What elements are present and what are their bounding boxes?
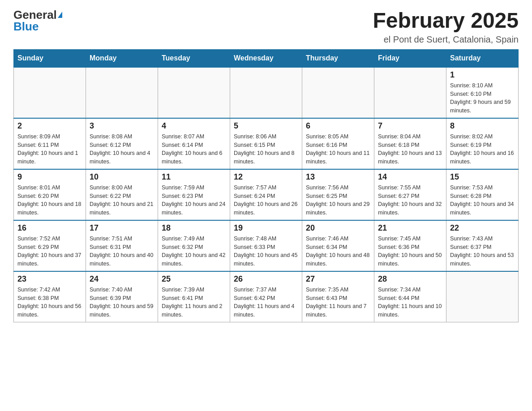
calendar-header-sunday: Sunday [14, 49, 86, 67]
day-number: 13 [306, 172, 370, 182]
day-info: Sunrise: 7:53 AMSunset: 6:28 PMDaylight:… [450, 184, 515, 217]
day-number: 16 [17, 223, 82, 233]
day-number: 28 [378, 274, 442, 284]
calendar-cell: 19Sunrise: 7:48 AMSunset: 6:33 PMDayligh… [230, 220, 302, 271]
day-info: Sunrise: 7:51 AMSunset: 6:31 PMDaylight:… [90, 235, 154, 268]
calendar-cell: 4Sunrise: 8:07 AMSunset: 6:14 PMDaylight… [158, 118, 230, 169]
day-info: Sunrise: 7:55 AMSunset: 6:27 PMDaylight:… [378, 184, 442, 217]
calendar-cell: 7Sunrise: 8:04 AMSunset: 6:18 PMDaylight… [374, 118, 446, 169]
calendar-header-friday: Friday [374, 49, 446, 67]
calendar-cell: 17Sunrise: 7:51 AMSunset: 6:31 PMDayligh… [86, 220, 158, 271]
calendar-cell: 16Sunrise: 7:52 AMSunset: 6:29 PMDayligh… [14, 220, 86, 271]
day-number: 7 [378, 121, 442, 131]
day-info: Sunrise: 7:37 AMSunset: 6:42 PMDaylight:… [234, 286, 298, 319]
logo: General Blue [13, 9, 62, 32]
day-number: 4 [162, 121, 226, 131]
day-number: 14 [378, 172, 442, 182]
calendar-week-row: 2Sunrise: 8:09 AMSunset: 6:11 PMDaylight… [14, 118, 519, 169]
day-info: Sunrise: 7:52 AMSunset: 6:29 PMDaylight:… [17, 235, 82, 268]
calendar-cell: 18Sunrise: 7:49 AMSunset: 6:32 PMDayligh… [158, 220, 230, 271]
calendar-cell: 9Sunrise: 8:01 AMSunset: 6:20 PMDaylight… [14, 169, 86, 220]
day-number: 9 [17, 172, 82, 182]
calendar-header-saturday: Saturday [446, 49, 519, 67]
calendar-cell: 10Sunrise: 8:00 AMSunset: 6:22 PMDayligh… [86, 169, 158, 220]
calendar-cell: 20Sunrise: 7:46 AMSunset: 6:34 PMDayligh… [302, 220, 374, 271]
calendar-week-row: 1Sunrise: 8:10 AMSunset: 6:10 PMDaylight… [14, 67, 519, 118]
day-number: 12 [234, 172, 298, 182]
calendar-cell: 22Sunrise: 7:43 AMSunset: 6:37 PMDayligh… [446, 220, 519, 271]
logo-triangle-icon [58, 12, 62, 18]
day-info: Sunrise: 7:42 AMSunset: 6:38 PMDaylight:… [17, 286, 82, 319]
day-info: Sunrise: 8:10 AMSunset: 6:10 PMDaylight:… [450, 81, 515, 115]
calendar-cell: 12Sunrise: 7:57 AMSunset: 6:24 PMDayligh… [230, 169, 302, 220]
calendar-cell [14, 67, 86, 118]
calendar-header-wednesday: Wednesday [230, 49, 302, 67]
day-info: Sunrise: 7:43 AMSunset: 6:37 PMDaylight:… [450, 235, 515, 268]
day-number: 2 [17, 121, 82, 131]
title-block: February 2025 el Pont de Suert, Cataloni… [373, 9, 519, 45]
calendar-cell: 25Sunrise: 7:39 AMSunset: 6:41 PMDayligh… [158, 271, 230, 322]
day-number: 24 [90, 274, 154, 284]
day-number: 11 [162, 172, 226, 182]
calendar-title: February 2025 [373, 9, 519, 33]
calendar-cell: 21Sunrise: 7:45 AMSunset: 6:36 PMDayligh… [374, 220, 446, 271]
calendar-cell: 14Sunrise: 7:55 AMSunset: 6:27 PMDayligh… [374, 169, 446, 220]
calendar-week-row: 16Sunrise: 7:52 AMSunset: 6:29 PMDayligh… [14, 220, 519, 271]
calendar-week-row: 9Sunrise: 8:01 AMSunset: 6:20 PMDaylight… [14, 169, 519, 220]
calendar-cell: 13Sunrise: 7:56 AMSunset: 6:25 PMDayligh… [302, 169, 374, 220]
calendar-cell: 23Sunrise: 7:42 AMSunset: 6:38 PMDayligh… [14, 271, 86, 322]
calendar-cell: 26Sunrise: 7:37 AMSunset: 6:42 PMDayligh… [230, 271, 302, 322]
logo-general-text: General [13, 9, 57, 21]
calendar-header-monday: Monday [86, 49, 158, 67]
calendar-cell [230, 67, 302, 118]
calendar-subtitle: el Pont de Suert, Catalonia, Spain [373, 34, 519, 45]
calendar-header-tuesday: Tuesday [158, 49, 230, 67]
page-header: General Blue February 2025 el Pont de Su… [13, 9, 519, 45]
day-info: Sunrise: 7:57 AMSunset: 6:24 PMDaylight:… [234, 184, 298, 217]
day-number: 17 [90, 223, 154, 233]
calendar-cell [158, 67, 230, 118]
day-info: Sunrise: 8:09 AMSunset: 6:11 PMDaylight:… [17, 133, 82, 166]
day-info: Sunrise: 8:05 AMSunset: 6:16 PMDaylight:… [306, 133, 370, 166]
day-info: Sunrise: 8:08 AMSunset: 6:12 PMDaylight:… [90, 133, 154, 166]
day-info: Sunrise: 7:35 AMSunset: 6:43 PMDaylight:… [306, 286, 370, 319]
day-info: Sunrise: 8:02 AMSunset: 6:19 PMDaylight:… [450, 133, 515, 166]
day-number: 18 [162, 223, 226, 233]
day-number: 25 [162, 274, 226, 284]
day-info: Sunrise: 7:59 AMSunset: 6:23 PMDaylight:… [162, 184, 226, 217]
calendar-cell: 28Sunrise: 7:34 AMSunset: 6:44 PMDayligh… [374, 271, 446, 322]
calendar-cell [302, 67, 374, 118]
day-number: 5 [234, 121, 298, 131]
calendar-table: SundayMondayTuesdayWednesdayThursdayFrid… [13, 49, 519, 322]
day-number: 15 [450, 172, 515, 182]
day-number: 10 [90, 172, 154, 182]
day-number: 27 [306, 274, 370, 284]
day-info: Sunrise: 7:40 AMSunset: 6:39 PMDaylight:… [90, 286, 154, 319]
day-info: Sunrise: 7:45 AMSunset: 6:36 PMDaylight:… [378, 235, 442, 268]
day-info: Sunrise: 7:56 AMSunset: 6:25 PMDaylight:… [306, 184, 370, 217]
calendar-cell: 27Sunrise: 7:35 AMSunset: 6:43 PMDayligh… [302, 271, 374, 322]
day-info: Sunrise: 8:07 AMSunset: 6:14 PMDaylight:… [162, 133, 226, 166]
day-info: Sunrise: 7:39 AMSunset: 6:41 PMDaylight:… [162, 286, 226, 319]
calendar-cell: 5Sunrise: 8:06 AMSunset: 6:15 PMDaylight… [230, 118, 302, 169]
day-number: 21 [378, 223, 442, 233]
day-number: 26 [234, 274, 298, 284]
day-number: 20 [306, 223, 370, 233]
day-number: 8 [450, 121, 515, 131]
logo-blue-text: Blue [13, 21, 39, 32]
calendar-cell: 11Sunrise: 7:59 AMSunset: 6:23 PMDayligh… [158, 169, 230, 220]
calendar-cell [446, 271, 519, 322]
calendar-cell: 6Sunrise: 8:05 AMSunset: 6:16 PMDaylight… [302, 118, 374, 169]
day-info: Sunrise: 8:01 AMSunset: 6:20 PMDaylight:… [17, 184, 82, 217]
day-info: Sunrise: 7:46 AMSunset: 6:34 PMDaylight:… [306, 235, 370, 268]
calendar-header-thursday: Thursday [302, 49, 374, 67]
day-info: Sunrise: 8:06 AMSunset: 6:15 PMDaylight:… [234, 133, 298, 166]
day-number: 22 [450, 223, 515, 233]
calendar-cell: 3Sunrise: 8:08 AMSunset: 6:12 PMDaylight… [86, 118, 158, 169]
calendar-cell: 2Sunrise: 8:09 AMSunset: 6:11 PMDaylight… [14, 118, 86, 169]
day-number: 6 [306, 121, 370, 131]
day-info: Sunrise: 7:34 AMSunset: 6:44 PMDaylight:… [378, 286, 442, 319]
calendar-header-row: SundayMondayTuesdayWednesdayThursdayFrid… [14, 49, 519, 67]
calendar-cell: 8Sunrise: 8:02 AMSunset: 6:19 PMDaylight… [446, 118, 519, 169]
day-number: 1 [450, 70, 515, 80]
